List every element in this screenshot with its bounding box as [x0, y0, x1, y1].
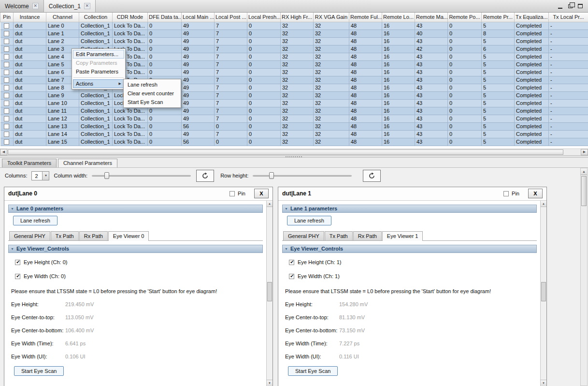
close-panel-button[interactable]: X [528, 189, 543, 198]
row-height-slider[interactable] [253, 171, 352, 180]
tab-eye-viewer[interactable]: Eye Viewer 0 [108, 231, 149, 241]
eye-height-checkbox[interactable] [15, 260, 20, 265]
lane-parameters-header[interactable]: ▼ Lane 1 parameters [282, 205, 537, 213]
vertical-scroll-thumb[interactable] [581, 176, 587, 206]
pin-checkbox[interactable] [4, 85, 9, 90]
maximize-icon[interactable] [576, 2, 584, 10]
tab-tx-path[interactable]: Tx Path [51, 231, 79, 240]
column-header-remote-lo[interactable]: Remote Lo... [382, 13, 415, 22]
start-eye-scan-button[interactable]: Start Eye Scan [14, 366, 64, 376]
pin-checkbox[interactable] [503, 191, 509, 196]
eye-width-checkbox[interactable] [289, 274, 294, 279]
pin-checkbox[interactable] [4, 116, 9, 121]
column-header-remote-po[interactable]: Remote Po... [448, 13, 482, 22]
row-height-refresh-button[interactable] [363, 170, 381, 182]
horizontal-splitter[interactable] [0, 155, 588, 158]
pin-checkbox[interactable] [229, 191, 235, 196]
column-header-remote-ma[interactable]: Remote Ma... [415, 13, 448, 22]
eye-viewer-controls-header[interactable]: ▼ Eye Viewer_Controls [282, 245, 537, 253]
column-header-tx-local-pr[interactable]: Tx Local Pr... [549, 13, 588, 22]
tab-toolkit-parameters[interactable]: Toolkit Parameters [2, 159, 57, 167]
horizontal-scroll-thumb[interactable] [8, 149, 563, 155]
tab-close-icon[interactable]: ✕ [32, 3, 39, 9]
tab-collection-1[interactable]: Collection_1 ✕ [44, 0, 96, 12]
tab-close-icon[interactable]: ✕ [84, 3, 90, 9]
table-horizontal-scrollbar[interactable]: ◀ ▶ [0, 148, 588, 155]
pin-checkbox[interactable] [4, 39, 9, 44]
pin-checkbox[interactable] [4, 124, 9, 129]
column-width-refresh-button[interactable] [196, 170, 214, 182]
close-panel-button[interactable]: X [254, 189, 269, 198]
column-header-cdr-mode[interactable]: CDR Mode [113, 13, 148, 22]
lane-refresh-button[interactable]: Lane refresh [13, 216, 57, 225]
menu-item-clear-event-counter[interactable]: Clear event counter [125, 89, 180, 98]
table-row[interactable]: dutLane 10Collection_1Lock To Da...04970… [0, 99, 588, 107]
pin-checkbox[interactable] [4, 93, 9, 98]
bottom-section-scrollbar[interactable]: ▲ [580, 168, 588, 386]
pin-checkbox[interactable] [4, 139, 9, 145]
scroll-left-icon[interactable]: ◀ [0, 149, 7, 155]
tab-eye-viewer[interactable]: Eye Viewer 1 [382, 231, 423, 241]
pin-checkbox[interactable] [4, 132, 9, 137]
tab-welcome[interactable]: Welcome ✕ [0, 0, 44, 12]
slider-thumb[interactable] [104, 172, 109, 179]
column-header-collection[interactable]: Collection [79, 13, 113, 22]
tab-rx-path[interactable]: Rx Path [353, 231, 382, 240]
pin-checkbox[interactable] [4, 46, 9, 52]
column-header-rx-vga-gain[interactable]: RX VGA Gain [314, 13, 349, 22]
column-header-dfe-data-ta[interactable]: DFE Data ta... [148, 13, 182, 22]
column-header-local-presh[interactable]: Local Presh... [247, 13, 281, 22]
table-row[interactable]: dutLane 12Collection_1Lock To Da...04970… [0, 115, 588, 122]
column-header-remote-pr[interactable]: Remote Pr... [482, 13, 515, 22]
column-width-slider[interactable] [92, 171, 191, 180]
menu-item-actions[interactable]: Actions ▶ [73, 79, 124, 88]
scroll-up-icon[interactable]: ▲ [541, 201, 546, 207]
start-eye-scan-button[interactable]: Start Eye Scan [288, 366, 338, 376]
float-icon[interactable] [566, 2, 574, 10]
table-row[interactable]: dutLane 1Collection_1Lock To Da...049703… [0, 30, 588, 37]
table-row[interactable]: dutLane 2Collection_1Lock To Da...049703… [0, 37, 588, 45]
menu-item-edit-parameters[interactable]: Edit Parameters... [73, 50, 124, 59]
pin-checkbox[interactable] [4, 77, 9, 83]
table-row[interactable]: dutLane 11Collection_1Lock To Da...04970… [0, 107, 588, 115]
table-row[interactable]: dutLane 13Collection_1Lock To Da...05600… [0, 122, 588, 130]
lane-refresh-button[interactable]: Lane refresh [287, 216, 331, 225]
scroll-up-icon[interactable]: ▲ [581, 168, 587, 175]
menu-item-lane-refresh[interactable]: Lane refresh [125, 80, 180, 89]
table-row[interactable]: dutLane 0Collection_1Lock To Da...049703… [0, 22, 588, 30]
tab-tx-path[interactable]: Tx Path [325, 231, 353, 240]
column-header-pin[interactable]: Pin [0, 13, 14, 22]
tab-channel-parameters[interactable]: Channel Parameters [58, 159, 117, 167]
scroll-down-icon[interactable]: ▼ [267, 380, 272, 386]
menu-item-paste-parameters[interactable]: Paste Parameters [73, 67, 124, 76]
panel-scrollbar[interactable]: ▲ ▼ [266, 201, 272, 386]
table-row[interactable]: dutLane 9Collection_1Lock To Da...049703… [0, 91, 588, 99]
column-header-local-main[interactable]: Local Main ... [182, 13, 215, 22]
tab-rx-path[interactable]: Rx Path [79, 231, 108, 240]
pin-checkbox[interactable] [4, 62, 9, 67]
scroll-right-icon[interactable]: ▶ [581, 149, 588, 155]
pin-checkbox[interactable] [4, 108, 9, 114]
column-header-tx-equaliza[interactable]: Tx Equaliza... [515, 13, 549, 22]
eye-height-checkbox[interactable] [289, 260, 294, 265]
table-row[interactable]: dutLane 15Collection_1Lock To Da...05600… [0, 138, 588, 146]
minimize-icon[interactable] [556, 2, 564, 10]
panel-scroll-thumb[interactable] [541, 282, 546, 301]
lane-parameters-header[interactable]: ▼ Lane 0 parameters [8, 205, 263, 213]
pin-checkbox[interactable] [4, 101, 9, 106]
column-header-instance[interactable]: Instance [14, 13, 46, 22]
column-header-rx-high-fr[interactable]: RX High Fr... [281, 13, 314, 22]
slider-thumb[interactable] [269, 172, 274, 179]
pin-checkbox[interactable] [4, 31, 9, 36]
panel-scroll-thumb[interactable] [267, 282, 272, 301]
panel-scrollbar[interactable]: ▲ ▼ [540, 201, 546, 386]
pin-checkbox[interactable] [4, 54, 9, 59]
scroll-up-icon[interactable]: ▲ [267, 201, 272, 207]
column-header-local-post[interactable]: Local Post ... [215, 13, 247, 22]
pin-checkbox[interactable] [4, 70, 9, 75]
columns-dropdown[interactable]: 2 ▼ [31, 171, 49, 180]
column-header-channel[interactable]: Channel [46, 13, 79, 22]
eye-viewer-controls-header[interactable]: ▼ Eye Viewer_Controls [8, 245, 263, 253]
table-row[interactable]: dutLane 14Collection_1Lock To Da...04970… [0, 130, 588, 138]
tab-general-phy[interactable]: General PHY [283, 231, 324, 240]
